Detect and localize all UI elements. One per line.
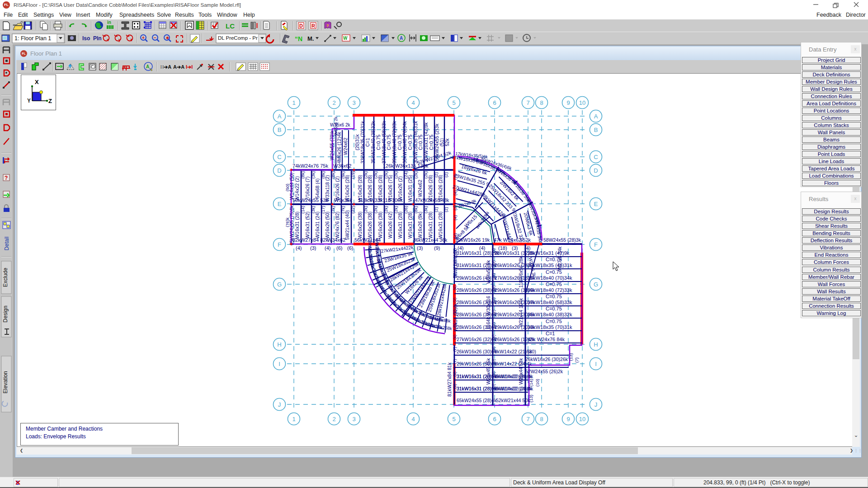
svg-text:A: A bbox=[594, 113, 598, 120]
svg-text:B: B bbox=[278, 127, 282, 133]
svg-text:F: F bbox=[278, 241, 281, 248]
svg-text:113k W33x118 106k: 113k W33x118 106k bbox=[358, 197, 403, 203]
svg-text:Exclude: Exclude bbox=[2, 267, 9, 287]
svg-text:25W18x32 233 9: 25W18x32 233 9 bbox=[488, 183, 517, 213]
svg-text:2: 2 bbox=[332, 99, 335, 106]
svg-text:(19): (19) bbox=[350, 171, 355, 179]
svg-text:A: A bbox=[278, 113, 282, 120]
svg-text:(10): (10) bbox=[535, 379, 540, 387]
svg-text:(7): (7) bbox=[453, 174, 458, 180]
svg-text:C=0.75: C=0.75 bbox=[546, 306, 562, 311]
svg-text:−: − bbox=[154, 35, 156, 40]
svg-text:W16x26 (38): W16x26 (38) bbox=[367, 211, 373, 239]
svg-text:3: 3 bbox=[352, 99, 355, 106]
svg-text:+: + bbox=[116, 34, 118, 38]
svg-text:(6): (6) bbox=[453, 285, 457, 290]
svg-text:(3): (3) bbox=[453, 384, 457, 389]
svg-text:(3): (3) bbox=[453, 260, 457, 265]
svg-text:(3): (3) bbox=[417, 245, 423, 251]
svg-text:Detail: Detail bbox=[4, 237, 10, 251]
svg-text:W16x31 (24): W16x31 (24) bbox=[315, 211, 320, 239]
svg-text:36k68k: 36k68k bbox=[368, 239, 373, 253]
svg-text:47kW24x55 48k: 47kW24x55 48k bbox=[415, 197, 449, 203]
svg-text:(8): (8) bbox=[491, 273, 496, 278]
svg-text:(2): (2) bbox=[491, 310, 496, 314]
svg-text:(3k): (3k) bbox=[311, 171, 316, 178]
svg-text:I: I bbox=[278, 361, 280, 367]
svg-text:(7): (7) bbox=[453, 347, 457, 352]
svg-text:I➔I: I➔I bbox=[186, 64, 193, 70]
svg-text:(5): (5) bbox=[453, 371, 457, 376]
svg-text:36kW18x40 (70)34k: 36kW18x40 (70)34k bbox=[528, 275, 572, 281]
svg-text:“N: “N bbox=[295, 35, 302, 42]
svg-text:Z: Z bbox=[48, 98, 52, 104]
svg-text:8: 8 bbox=[540, 99, 543, 106]
svg-text:65kW24x55 (28)4k: 65kW24x55 (28)4k bbox=[457, 398, 497, 403]
svg-text:C=0.75: C=0.75 bbox=[386, 135, 392, 150]
svg-text:?: ? bbox=[5, 175, 8, 181]
svg-text:5W21x44 (40): 5W21x44 (40) bbox=[344, 210, 350, 240]
svg-text:G: G bbox=[594, 281, 598, 288]
svg-text:(3): (3) bbox=[491, 248, 496, 253]
svg-text:D: D bbox=[299, 23, 303, 28]
svg-text:C=0.75: C=0.75 bbox=[376, 135, 381, 150]
svg-text:6: 6 bbox=[493, 99, 496, 106]
svg-text:52k: 52k bbox=[444, 138, 450, 146]
svg-text:W21x44 53k: W21x44 53k bbox=[518, 358, 524, 385]
svg-text:(6): (6) bbox=[347, 245, 353, 251]
svg-text:(20)31k: (20)31k bbox=[354, 134, 360, 150]
svg-text:(76)k: (76)k bbox=[285, 217, 290, 227]
svg-text:58W24x55 (28)3k: 58W24x55 (28)3k bbox=[543, 237, 581, 243]
svg-text:+: + bbox=[142, 35, 145, 40]
svg-text:31kW16x31 (28)9k: 31kW16x31 (28)9k bbox=[457, 386, 497, 391]
svg-text:Y: Y bbox=[27, 98, 31, 104]
svg-text:+: + bbox=[127, 34, 130, 38]
svg-text:C=0.75: C=0.75 bbox=[546, 319, 562, 324]
svg-text:(2): (2) bbox=[491, 322, 496, 327]
svg-text:(2): (2) bbox=[453, 297, 457, 302]
svg-text:(2): (2) bbox=[443, 172, 448, 178]
svg-text:W16x31 (52): W16x31 (52) bbox=[305, 211, 310, 239]
svg-text:4M6x26 (12)4k: 4M6x26 (12)4k bbox=[336, 131, 342, 164]
svg-text:C=0.75: C=0.75 bbox=[546, 294, 562, 299]
svg-text:D: D bbox=[277, 167, 281, 174]
svg-text:4: 4 bbox=[411, 416, 415, 422]
svg-text:W16x26 (2): W16x26 (2) bbox=[335, 176, 340, 201]
svg-text:W16x31 (28): W16x31 (28) bbox=[294, 211, 300, 239]
svg-text:W14x22 (2): W14x22 (2) bbox=[294, 176, 300, 201]
svg-text:2: 2 bbox=[332, 416, 335, 422]
svg-text:7: 7 bbox=[526, 99, 529, 106]
svg-text:D: D bbox=[594, 167, 598, 174]
svg-text:118W6x56 28k: 118W6x56 28k bbox=[518, 256, 524, 288]
svg-text:(50): (50) bbox=[285, 184, 290, 192]
svg-text:(4): (4) bbox=[453, 233, 458, 239]
svg-text:(3): (3) bbox=[453, 205, 458, 211]
svg-text:28kW16x31 (42)9k: 28kW16x31 (42)9k bbox=[528, 250, 570, 256]
svg-text:y: y bbox=[118, 38, 121, 42]
svg-text:1: Floor Plan 1: 1: Floor Plan 1 bbox=[14, 35, 51, 42]
svg-text:33kW18x35 (70)31k: 33kW18x35 (70)31k bbox=[360, 121, 365, 164]
svg-text:W24x76 (82): W24x76 (82) bbox=[335, 211, 340, 239]
svg-text:Iso: Iso bbox=[82, 35, 90, 42]
svg-text:Design: Design bbox=[2, 305, 9, 322]
svg-text:(2k): (2k) bbox=[413, 171, 418, 178]
svg-text:7/16x26 (7): 7/16x26 (7) bbox=[305, 176, 310, 200]
svg-text:C=0.75: C=0.75 bbox=[429, 135, 434, 150]
svg-text:W24x55 34k: W24x55 34k bbox=[534, 218, 543, 244]
svg-text:(4): (4) bbox=[325, 245, 330, 251]
svg-text:DL PreComp - Pr: DL PreComp - Pr bbox=[218, 35, 258, 41]
svg-text:W16x26 (38): W16x26 (38) bbox=[357, 211, 363, 239]
svg-text:W16x31 (28): W16x31 (28) bbox=[438, 211, 443, 239]
svg-text:J: J bbox=[278, 401, 281, 408]
svg-text:W6x36k: W6x36k bbox=[375, 238, 380, 254]
svg-text:(0): (0) bbox=[491, 359, 496, 364]
svg-text:9kW14x22 (21)5k: 9kW14x22 (21)5k bbox=[495, 349, 532, 354]
svg-text:9: 9 bbox=[566, 99, 570, 106]
svg-text:(2): (2) bbox=[453, 322, 457, 327]
svg-text:I: I bbox=[595, 361, 597, 367]
svg-text:(22): (22) bbox=[350, 206, 355, 214]
svg-text:W24x62: W24x62 bbox=[417, 180, 423, 197]
svg-text:C: C bbox=[594, 154, 598, 160]
svg-text:36kW21x44 36k: 36kW21x44 36k bbox=[413, 237, 448, 243]
svg-text:W24x55 9k: W24x55 9k bbox=[486, 260, 491, 284]
